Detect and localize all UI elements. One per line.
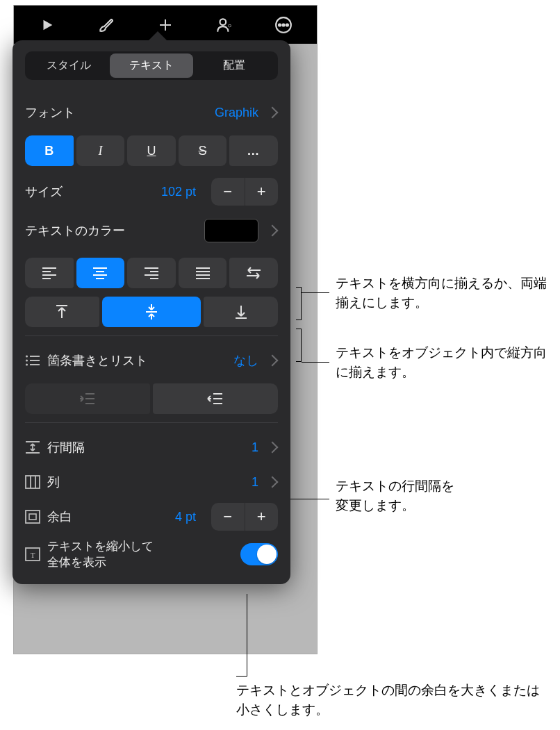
callout-bracket: [296, 329, 302, 362]
chevron-right-icon: [267, 225, 279, 237]
text-color-label: テキストのカラー: [25, 222, 125, 239]
bullets-label: 箇条書きとリスト: [47, 352, 147, 369]
popover-arrow: [148, 31, 167, 41]
svg-rect-10: [26, 511, 40, 523]
svg-rect-9: [26, 476, 40, 488]
more-label: …: [247, 144, 261, 158]
svg-point-0: [220, 19, 226, 25]
svg-point-3: [279, 24, 281, 26]
size-minus-button[interactable]: −: [211, 178, 245, 206]
bullets-icon: [25, 354, 40, 367]
indent-button[interactable]: [153, 383, 278, 414]
size-value[interactable]: 102 pt: [161, 185, 196, 199]
underline-label: U: [147, 144, 156, 158]
line-spacing-label: 行間隔: [47, 439, 85, 456]
align-bottom-button[interactable]: [204, 297, 278, 327]
size-plus-button[interactable]: +: [245, 178, 279, 206]
line-spacing-row[interactable]: 行間隔 1: [25, 430, 278, 465]
margin-label: 余白: [47, 508, 72, 525]
callout-leader: [236, 676, 247, 677]
chevron-right-icon: [267, 355, 279, 367]
svg-point-4: [282, 24, 284, 26]
columns-label: 列: [47, 474, 60, 490]
font-row[interactable]: フォント Graphik: [25, 95, 278, 130]
margin-plus-button[interactable]: +: [245, 503, 279, 531]
shrink-label-2: 全体を表示: [47, 554, 154, 570]
horizontal-align-row: [25, 258, 278, 288]
vertical-align-row: [25, 297, 278, 327]
margin-value[interactable]: 4 pt: [175, 510, 196, 524]
text-color-row[interactable]: テキストのカラー: [25, 213, 278, 248]
bold-button[interactable]: B: [25, 135, 74, 166]
brush-icon[interactable]: [84, 6, 129, 44]
italic-label: I: [98, 144, 102, 158]
line-spacing-icon: [25, 440, 40, 454]
margin-stepper: − +: [211, 503, 278, 531]
play-icon[interactable]: [25, 6, 69, 44]
font-label: フォント: [25, 104, 75, 121]
font-style-row: B I U S …: [25, 135, 278, 166]
margin-row: 余白 4 pt − +: [25, 499, 278, 534]
text-color-swatch[interactable]: [204, 219, 258, 242]
tab-segmented-control: スタイル テキスト 配置: [25, 51, 278, 80]
chevron-right-icon: [267, 107, 279, 119]
shrink-text-toggle[interactable]: [240, 543, 278, 565]
font-value: Graphik: [215, 106, 258, 120]
callout-leader: [302, 292, 329, 293]
strike-label: S: [199, 144, 207, 158]
align-justify-button[interactable]: [179, 258, 227, 288]
callout-align-h: テキストを横方向に揃えるか、両端揃えにします。: [336, 274, 551, 312]
bold-label: B: [44, 144, 53, 158]
align-center-button[interactable]: [76, 258, 125, 288]
align-middle-button[interactable]: [102, 297, 201, 327]
callout-bracket: [296, 287, 302, 320]
svg-point-8: [26, 363, 28, 365]
collaborate-icon[interactable]: [202, 6, 247, 44]
tab-arrange[interactable]: 配置: [193, 53, 276, 78]
bullets-row[interactable]: 箇条書きとリスト なし: [25, 343, 278, 378]
outdent-button[interactable]: [25, 383, 150, 414]
align-right-button[interactable]: [127, 258, 176, 288]
chevron-right-icon: [267, 442, 279, 454]
underline-button[interactable]: U: [127, 135, 176, 166]
chevron-right-icon: [267, 476, 279, 488]
margin-minus-button[interactable]: −: [211, 503, 245, 531]
indent-row: [25, 383, 278, 414]
shrink-label-1: テキストを縮小して: [47, 538, 154, 554]
more-icon[interactable]: [261, 6, 306, 44]
align-left-button[interactable]: [25, 258, 74, 288]
text-direction-button[interactable]: [229, 258, 278, 288]
size-label: サイズ: [25, 183, 63, 200]
bullets-value: なし: [233, 352, 258, 369]
shrink-text-row: T テキストを縮小して 全体を表示: [25, 537, 278, 572]
callout-leader: [290, 499, 329, 499]
more-options-button[interactable]: …: [229, 135, 278, 166]
svg-text:T: T: [31, 551, 35, 559]
size-row: サイズ 102 pt − +: [25, 174, 278, 209]
callout-line-spacing: テキストの行間隔を 変更します。: [336, 476, 516, 515]
callout-margin: テキストとオブジェクトの間の余白を大きくまたは小さくします。: [236, 681, 542, 719]
svg-rect-11: [29, 514, 36, 520]
columns-icon: [25, 475, 40, 489]
line-spacing-value: 1: [252, 440, 258, 455]
italic-button[interactable]: I: [76, 135, 125, 166]
align-top-button[interactable]: [25, 297, 99, 327]
svg-point-5: [286, 24, 288, 26]
tab-style[interactable]: スタイル: [27, 53, 110, 78]
margin-icon: [25, 510, 40, 524]
svg-point-7: [26, 359, 28, 361]
svg-point-6: [26, 355, 28, 357]
columns-value: 1: [252, 475, 258, 490]
callout-leader: [247, 594, 247, 676]
callout-align-v: テキストをオブジェクト内で縦方向に揃えます。: [336, 343, 551, 381]
tab-text[interactable]: テキスト: [110, 53, 192, 78]
columns-row[interactable]: 列 1: [25, 465, 278, 499]
callout-leader: [302, 362, 329, 363]
shrink-text-icon: T: [25, 547, 40, 561]
strikethrough-button[interactable]: S: [179, 135, 227, 166]
format-panel: スタイル テキスト 配置 フォント Graphik B I U S … サイズ …: [13, 40, 290, 584]
size-stepper: − +: [211, 178, 278, 206]
